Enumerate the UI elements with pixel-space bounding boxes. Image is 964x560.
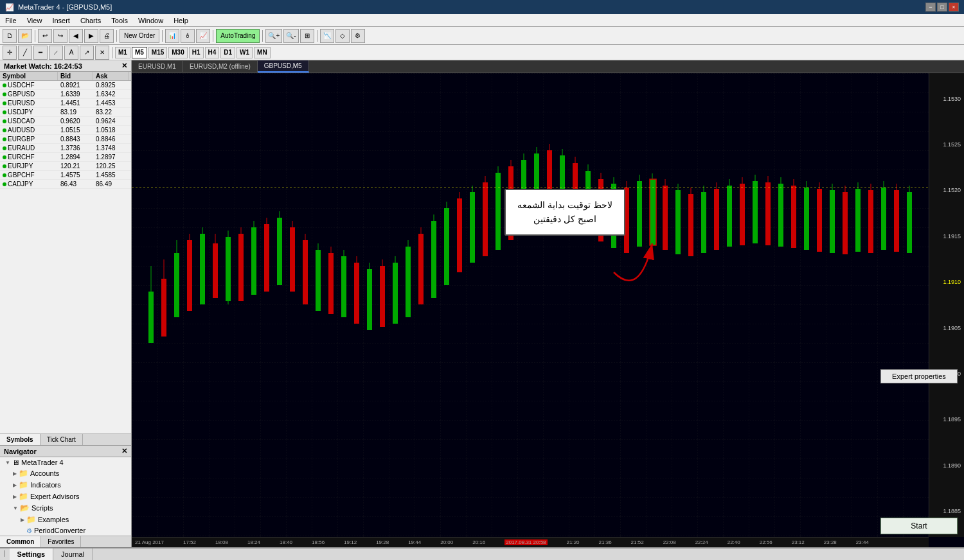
mw-row-eurjpy[interactable]: EURJPY 120.21 120.25 <box>0 162 131 171</box>
mw-row-audusd[interactable]: AUDUSD 1.0515 1.0518 <box>0 126 131 135</box>
mw-row-usdjpy[interactable]: USDJPY 83.19 83.22 <box>0 108 131 117</box>
svg-rect-49 <box>444 208 449 285</box>
tab-favorites[interactable]: Favorites <box>41 536 81 547</box>
forward-btn[interactable]: ▶ <box>84 29 98 43</box>
tab-journal[interactable]: Journal <box>53 548 93 560</box>
period-m30-btn[interactable]: M30 <box>168 47 187 58</box>
market-watch-close[interactable]: ✕ <box>121 62 127 70</box>
mw-row-cadjpy[interactable]: CADJPY 86.43 86.49 <box>0 180 131 189</box>
hline-btn[interactable]: ━ <box>33 46 48 60</box>
chart-type-bar[interactable]: 📊 <box>165 29 179 43</box>
mw-row-eurchf[interactable]: EURCHF 1.2894 1.2897 <box>0 153 131 162</box>
nav-item-period-converter[interactable]: ▶ ⚙ PeriodConverter <box>0 525 131 536</box>
zoom-out-btn[interactable]: 🔍- <box>283 29 298 43</box>
menu-tools[interactable]: Tools <box>106 14 133 26</box>
col-symbol: Symbol <box>0 72 58 80</box>
time-axis: 21 Aug 2017 17:52 18:08 18:24 18:40 18:5… <box>132 537 929 547</box>
chart-tab-eurusdm1[interactable]: EURUSD,M1 <box>132 61 183 72</box>
tab-settings[interactable]: Settings <box>10 548 53 560</box>
mw-row-gbpchf[interactable]: GBPCHF 1.4575 1.4585 <box>0 171 131 180</box>
menu-charts[interactable]: Charts <box>75 14 106 26</box>
chart-type-candle[interactable]: 🕯 <box>181 29 195 43</box>
nav-item-indicators[interactable]: ▶ 📁 Indicators <box>0 479 131 491</box>
minimize-button[interactable]: − <box>925 3 936 12</box>
menu-file[interactable]: File <box>0 14 22 26</box>
mw-row-gbpusd[interactable]: GBPUSD 1.6339 1.6342 <box>0 90 131 99</box>
close-button[interactable]: × <box>949 3 959 12</box>
svg-rect-15 <box>226 237 231 301</box>
price-1890: 1.1890 <box>931 462 963 469</box>
tab-tick-chart[interactable]: Tick Chart <box>40 434 83 445</box>
period-h1-btn[interactable]: H1 <box>189 47 204 58</box>
print-btn[interactable]: 🖨 <box>100 29 114 43</box>
period-m1-btn[interactable]: M1 <box>115 47 130 58</box>
nav-metatrader4-label: MetaTrader 4 <box>21 459 64 466</box>
svg-rect-17 <box>238 234 244 301</box>
auto-trading-button[interactable]: AutoTrading <box>216 29 260 43</box>
settings-btn[interactable]: ⚙ <box>351 29 365 43</box>
chart-type-line[interactable]: 📈 <box>196 29 210 43</box>
tester-icon: | <box>0 548 10 560</box>
time-1840: 18:40 <box>280 539 292 545</box>
back-btn[interactable]: ◀ <box>69 29 83 43</box>
nav-item-examples[interactable]: ▶ 📁 Examples <box>0 514 131 525</box>
tab-symbols[interactable]: Symbols <box>0 434 40 445</box>
svg-rect-35 <box>354 263 359 324</box>
chart-tab-eurusdm2[interactable]: EURUSD,M2 (offline) <box>183 61 258 72</box>
delete-btn[interactable]: ✕ <box>95 46 109 60</box>
start-button[interactable]: Start <box>880 518 958 534</box>
restore-button[interactable]: □ <box>937 3 947 12</box>
mw-row-usdcad[interactable]: USDCAD 0.9620 0.9624 <box>0 117 131 126</box>
new-order-button[interactable]: New Order <box>120 29 159 43</box>
time-1912: 19:12 <box>344 539 357 545</box>
price-axis: 1.1530 1.1525 1.1520 1.1915 1.1910 1.190… <box>929 73 964 537</box>
navigator-panel: Navigator ✕ ▼ 🖥 MetaTrader 4 ▶ 📁 Account… <box>0 445 131 536</box>
nav-item-accounts[interactable]: ▶ 📁 Accounts <box>0 468 131 479</box>
menu-window[interactable]: Window <box>133 14 168 26</box>
grid-btn[interactable]: ⊞ <box>300 29 314 43</box>
svg-rect-81 <box>650 179 656 245</box>
period-d1-btn[interactable]: D1 <box>220 47 235 58</box>
period-w1-btn[interactable]: W1 <box>237 47 253 58</box>
nav-scripts-label: Scripts <box>31 504 53 512</box>
chart-container[interactable]: GBPUSD,M5 1.1907 1.1908 1.1907 1.1908 <box>132 73 964 547</box>
separator3 <box>162 30 163 42</box>
zoom-in-btn[interactable]: 🔍+ <box>265 29 282 43</box>
svg-rect-79 <box>637 181 642 247</box>
svg-rect-103 <box>791 186 796 248</box>
expert-properties-button[interactable]: Expert properties <box>880 369 958 383</box>
nav-item-metatrader4[interactable]: ▼ 🖥 MetaTrader 4 <box>0 457 131 468</box>
mw-row-eurgbp[interactable]: EURGBP 0.8843 0.8846 <box>0 135 131 144</box>
title-bar: 📈 MetaTrader 4 - [GBPUSD,M5] − □ × <box>0 0 964 14</box>
nav-item-scripts[interactable]: ▼ 📂 Scripts <box>0 502 131 514</box>
redo-btn[interactable]: ↪ <box>53 29 67 43</box>
time-1928: 19:28 <box>376 539 389 545</box>
period-m5-btn[interactable]: M5 <box>132 47 147 58</box>
trendline-btn[interactable]: ⟋ <box>49 46 63 60</box>
indicators-expand-icon: ▶ <box>13 482 17 488</box>
menu-insert[interactable]: Insert <box>47 14 75 26</box>
menu-view[interactable]: View <box>22 14 48 26</box>
mw-row-euraud[interactable]: EURAUD 1.3736 1.3748 <box>0 144 131 153</box>
crosshair-btn[interactable]: ✛ <box>3 46 17 60</box>
mw-row-eurusd[interactable]: EURUSD 1.4451 1.4453 <box>0 99 131 108</box>
undo-btn[interactable]: ↩ <box>38 29 52 43</box>
objects-btn[interactable]: ◇ <box>335 29 350 43</box>
arrow-btn[interactable]: ↗ <box>80 46 94 60</box>
svg-rect-109 <box>830 190 835 253</box>
mw-row-usdchf[interactable]: USDCHF 0.8921 0.8925 <box>0 81 131 90</box>
new-btn[interactable]: 🗋 <box>3 29 17 43</box>
period-m15-btn[interactable]: M15 <box>148 47 167 58</box>
chart-tab-gbpusdm5[interactable]: GBPUSD,M5 <box>258 60 309 73</box>
menu-help[interactable]: Help <box>168 14 193 26</box>
period-mn-btn[interactable]: MN <box>254 47 271 58</box>
nav-root-icon: 🖥 <box>12 459 19 466</box>
period-h4-btn[interactable]: H4 <box>205 47 220 58</box>
text-btn[interactable]: A <box>64 46 78 60</box>
line-btn[interactable]: ╱ <box>18 46 32 60</box>
open-btn[interactable]: 📂 <box>18 29 32 43</box>
nav-item-expert-advisors[interactable]: ▶ 📁 Expert Advisors <box>0 491 131 502</box>
tab-common[interactable]: Common <box>0 536 41 547</box>
navigator-close[interactable]: ✕ <box>121 447 127 455</box>
indicators-btn[interactable]: 📉 <box>320 29 334 43</box>
